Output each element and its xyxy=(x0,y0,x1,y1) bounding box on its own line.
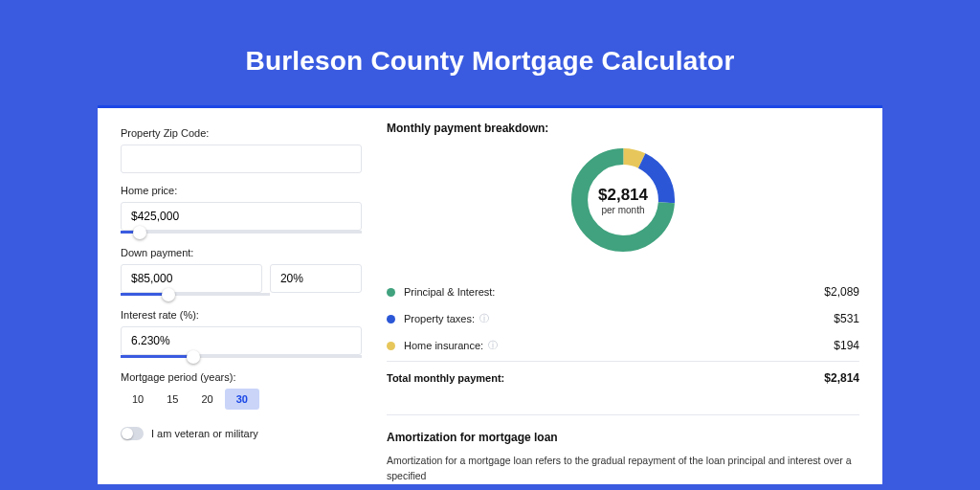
down-payment-label: Down payment: xyxy=(121,247,362,258)
amort-text: Amortization for a mortgage loan refers … xyxy=(387,454,859,484)
interest-rate-label: Interest rate (%): xyxy=(121,309,362,321)
down-payment-input[interactable] xyxy=(121,264,262,293)
total-label: Total monthly payment: xyxy=(387,372,504,384)
legend-label: Property taxes: xyxy=(404,313,475,324)
veteran-label: I am veteran or military xyxy=(151,428,258,439)
home-price-slider[interactable] xyxy=(121,231,362,234)
info-icon[interactable]: ⓘ xyxy=(479,312,489,325)
slider-thumb[interactable] xyxy=(187,350,200,364)
info-icon[interactable]: ⓘ xyxy=(488,339,498,352)
dot-icon xyxy=(387,315,395,323)
legend-row-principal: Principal & Interest: $2,089 xyxy=(387,278,859,305)
donut-center-amount: $2,814 xyxy=(598,186,648,205)
slider-thumb[interactable] xyxy=(133,226,146,239)
period-30-button[interactable]: 30 xyxy=(225,389,259,410)
total-value: $2,814 xyxy=(824,371,859,385)
interest-rate-input[interactable] xyxy=(121,326,362,355)
home-price-input[interactable] xyxy=(121,202,362,231)
page-title: Burleson County Mortgage Calculator xyxy=(0,0,980,77)
period-20-button[interactable]: 20 xyxy=(190,389,225,410)
amort-title: Amortization for mortgage loan xyxy=(387,431,859,444)
breakdown-title: Monthly payment breakdown: xyxy=(387,122,859,135)
home-price-label: Home price: xyxy=(121,185,362,196)
dot-icon xyxy=(387,288,395,297)
period-button-group: 10 15 20 30 xyxy=(121,389,362,410)
donut-chart: $2,814 per month xyxy=(566,143,680,257)
zip-label: Property Zip Code: xyxy=(121,127,362,139)
results-panel: Monthly payment breakdown: $2,814 per mo… xyxy=(369,122,859,484)
legend-value: $2,089 xyxy=(824,285,859,299)
legend-label: Principal & Interest: xyxy=(404,286,495,298)
down-payment-pct-input[interactable] xyxy=(270,264,362,293)
form-panel: Property Zip Code: Home price: Down paym… xyxy=(121,122,369,484)
legend: Principal & Interest: $2,089 Property ta… xyxy=(387,278,859,391)
period-10-button[interactable]: 10 xyxy=(121,389,155,410)
donut-center-sub: per month xyxy=(601,205,644,215)
legend-label: Home insurance: xyxy=(404,340,483,351)
calculator-card: Property Zip Code: Home price: Down paym… xyxy=(98,105,882,484)
period-label: Mortgage period (years): xyxy=(121,371,362,383)
down-payment-slider[interactable] xyxy=(121,293,270,296)
zip-input[interactable] xyxy=(121,145,362,173)
legend-row-total: Total monthly payment: $2,814 xyxy=(387,361,859,391)
veteran-toggle[interactable] xyxy=(121,427,144,440)
legend-value: $531 xyxy=(834,312,859,325)
interest-rate-slider[interactable] xyxy=(121,355,362,358)
legend-row-insurance: Home insurance: ⓘ $194 xyxy=(387,332,859,359)
amortization-section: Amortization for mortgage loan Amortizat… xyxy=(387,414,859,484)
legend-row-taxes: Property taxes: ⓘ $531 xyxy=(387,305,859,332)
legend-value: $194 xyxy=(834,339,859,352)
slider-thumb[interactable] xyxy=(162,288,175,301)
slider-fill xyxy=(121,355,193,358)
dot-icon xyxy=(387,342,395,350)
period-15-button[interactable]: 15 xyxy=(155,389,189,410)
